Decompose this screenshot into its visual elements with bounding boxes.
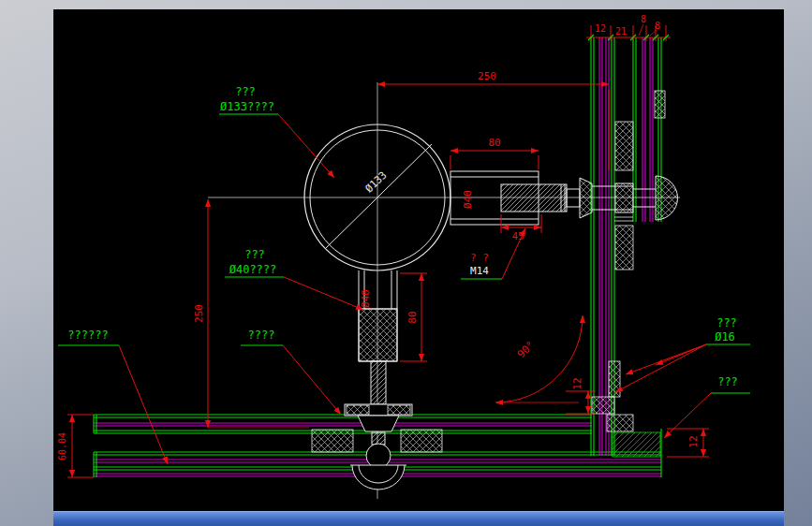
mid-shaft [371, 361, 386, 404]
note-bolt-line1: ??? [244, 248, 265, 261]
dim-45-tip: 45 [511, 230, 524, 242]
end-cap [656, 176, 678, 220]
note-right: ??? [717, 375, 738, 388]
note-anchor-line1: ??? [716, 316, 737, 329]
hatch-rail-right [401, 430, 442, 452]
hatch-top-clip [655, 91, 665, 118]
thread-section [359, 309, 397, 361]
clamp-left [580, 178, 592, 218]
dim-12-mid: 12 [571, 377, 583, 389]
dim-dia-rod: Ø40 [462, 190, 474, 209]
cad-drawing: Ø133 [53, 9, 784, 511]
dim-12-right: 12 [687, 435, 700, 447]
thread-label: M14 [470, 265, 489, 277]
note-anchor-line2: Ø16 [715, 330, 735, 343]
note-mid: ???? [248, 329, 275, 342]
ball-joint [366, 444, 391, 468]
hatch-rail-left [312, 430, 353, 452]
note-bolt-line2: Ø40???? [229, 263, 277, 276]
dim-80-shaft: 80 [406, 311, 419, 323]
hatch-anchor-bolt [609, 361, 620, 397]
dim-top-12: 12 [595, 23, 606, 34]
dim-60-04: 60.04 [57, 432, 67, 460]
dim-dia-shaft: Ø40 [360, 289, 372, 308]
dim-80-sleeve: 80 [488, 137, 500, 149]
note-circle-line1: ??? [235, 85, 256, 98]
note-left: ?????? [67, 329, 108, 342]
dim-top-21: 21 [615, 26, 627, 37]
circle-diameter-label: Ø133 [363, 169, 390, 196]
hatch-gap-block [592, 397, 614, 414]
hatch-mullion-lower [615, 226, 633, 270]
dim-250-left: 250 [193, 304, 205, 323]
horizontal-bolt-assembly [450, 171, 678, 225]
stem [372, 432, 385, 445]
bolt-tip [567, 189, 580, 207]
dim-90-angle: 90° [515, 339, 537, 360]
seat-bracket [358, 416, 399, 431]
dim-250-top: 250 [478, 70, 496, 82]
socket-cup [352, 465, 405, 489]
dim-top-8b: 8 [655, 21, 660, 31]
hatch-mullion-upper [615, 122, 633, 170]
hatch-base-block [607, 415, 633, 431]
drawing-canvas[interactable]: Ø133 [53, 9, 784, 511]
hatch-corner-green [613, 432, 660, 457]
threaded-rod [501, 184, 567, 212]
note-circle-line2: Ø133???? [220, 100, 274, 113]
horizontal-scrollbar[interactable] [53, 511, 784, 526]
thread-marks: ? ? [470, 252, 489, 264]
dim-top-8a: 8 [641, 14, 646, 24]
diameter-line [326, 144, 432, 248]
pivot-bolt-assembly [345, 270, 412, 489]
clamp-mid [615, 183, 633, 212]
